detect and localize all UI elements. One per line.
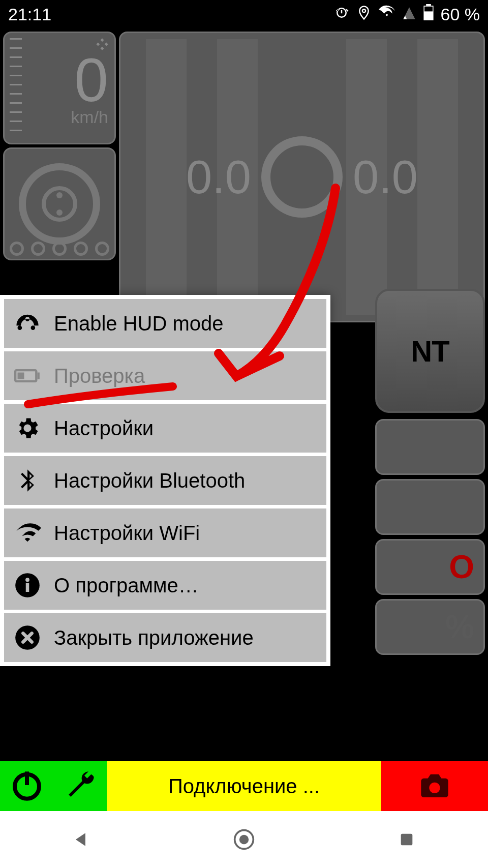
menu-close-app[interactable]: Закрыть приложение: [4, 613, 326, 662]
info-row-2[interactable]: [375, 479, 485, 535]
menu-item-label: Enable HUD mode: [54, 312, 224, 335]
menu-item-label: О программе…: [54, 574, 199, 597]
menu-item-label: Настройки WiFi: [54, 522, 200, 545]
main-left-value: 0.0: [186, 151, 251, 204]
location-icon: [356, 5, 372, 24]
main-center-circle: [261, 136, 343, 218]
speed-unit: km/h: [71, 107, 108, 127]
svg-point-13: [239, 835, 249, 844]
wifi-icon: [379, 4, 395, 24]
menu-wifi[interactable]: Настройки WiFi: [4, 508, 326, 557]
speed-panel[interactable]: 0 km/h: [3, 32, 116, 144]
nav-back[interactable]: [61, 819, 102, 860]
speed-value: 0: [74, 49, 108, 110]
clock: 21:11: [8, 5, 51, 24]
nav-bar: [0, 811, 488, 868]
gauge-dots: [10, 242, 109, 256]
big-button[interactable]: NT: [375, 289, 485, 413]
bluetooth-icon: [13, 466, 42, 495]
gauge-panel[interactable]: [3, 147, 116, 260]
gear-icon: [13, 414, 42, 442]
battery-percent: 60 %: [441, 5, 480, 24]
menu-item-label: Настройки Bluetooth: [54, 469, 245, 492]
menu-item-label: Закрыть приложение: [54, 626, 254, 649]
action-status[interactable]: Подключение ...: [107, 761, 381, 811]
menu-item-label: Проверка: [54, 365, 145, 387]
action-power-tools[interactable]: [0, 761, 107, 811]
dashboard-icon: [13, 309, 42, 338]
svg-rect-14: [401, 834, 413, 846]
signal-icon: [402, 5, 416, 24]
svg-rect-4: [38, 373, 40, 379]
menu-check: Проверка: [4, 351, 326, 400]
svg-rect-7: [26, 583, 29, 592]
battery-icon: [13, 362, 42, 390]
power-icon: [11, 769, 43, 803]
satellite-icon: [95, 37, 109, 53]
info-row-3[interactable]: O: [375, 539, 485, 595]
battery-icon: [423, 4, 434, 24]
svg-rect-5: [18, 373, 24, 379]
menu-bluetooth[interactable]: Настройки Bluetooth: [4, 456, 326, 505]
info-row-1[interactable]: [375, 419, 485, 475]
info-row-4[interactable]: %: [375, 599, 485, 655]
svg-rect-2: [424, 7, 433, 12]
main-panel[interactable]: 0.0 0.0: [119, 32, 485, 322]
status-text: Подключение ...: [168, 775, 320, 798]
wrench-icon: [64, 769, 97, 803]
camera-icon: [418, 769, 451, 803]
status-bar: 21:11 60 %: [0, 0, 488, 28]
big-button-label: NT: [411, 334, 449, 368]
menu-settings[interactable]: Настройки: [4, 404, 326, 453]
info-icon: [13, 571, 42, 600]
svg-rect-1: [426, 4, 431, 6]
nav-home[interactable]: [224, 819, 264, 860]
action-bar: Подключение ...: [0, 761, 488, 811]
alarm-icon: [334, 5, 349, 24]
wifi-icon: [13, 519, 42, 547]
gauge-ring: [19, 163, 100, 245]
nav-recent[interactable]: [386, 819, 427, 860]
main-right-value: 0.0: [353, 151, 418, 204]
speed-ticks: [10, 38, 22, 138]
close-icon: [13, 623, 42, 652]
svg-point-8: [25, 578, 29, 582]
action-camera[interactable]: [381, 761, 488, 811]
menu-enable-hud[interactable]: Enable HUD mode: [4, 299, 326, 348]
menu-item-label: Настройки: [54, 417, 154, 440]
context-menu: Enable HUD mode Проверка Настройки Настр…: [0, 295, 330, 666]
menu-about[interactable]: О программе…: [4, 561, 326, 610]
